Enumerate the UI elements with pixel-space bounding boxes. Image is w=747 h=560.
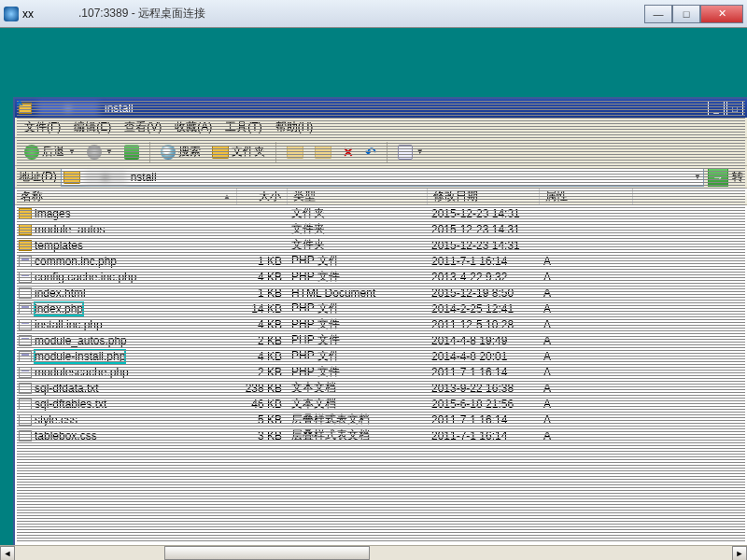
remote-desktop: x install _ □ 文件(F) 编辑(E) 查看(V) 收藏(A) 工具… [0, 28, 747, 545]
horizontal-scrollbar[interactable]: ◄ ► [0, 545, 747, 560]
rdp-title: .107:3389 - 远程桌面连接 [78, 6, 644, 21]
minimize-button[interactable]: — [644, 5, 672, 23]
scroll-right-button[interactable]: ► [732, 546, 747, 560]
explorer-window: x install _ □ 文件(F) 编辑(E) 查看(V) 收藏(A) 工具… [13, 97, 747, 545]
rdp-icon: xx [4, 5, 78, 23]
file-list[interactable]: images文件夹2015-12-23 14:31module_autos文件夹… [15, 205, 747, 545]
scroll-thumb[interactable] [164, 546, 370, 560]
scroll-left-button[interactable]: ◄ [0, 546, 15, 560]
rdp-titlebar: xx .107:3389 - 远程桌面连接 — □ ✕ [0, 0, 747, 28]
close-button[interactable]: ✕ [700, 5, 743, 23]
scroll-track[interactable] [15, 546, 732, 560]
txt-icon [19, 399, 32, 410]
rdp-host-blurred: xx [22, 7, 34, 21]
maximize-button[interactable]: □ [672, 5, 700, 23]
table-row[interactable]: sql-dftables.txt46 KB文本文档2015-6-18 21:56… [15, 396, 747, 412]
